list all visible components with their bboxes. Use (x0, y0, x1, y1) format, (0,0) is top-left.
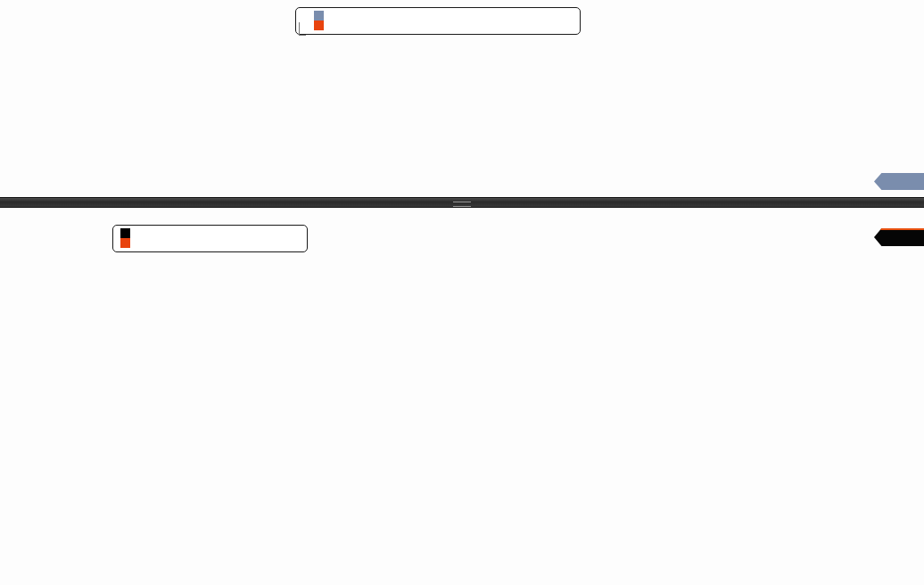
splitter-grip-icon (453, 202, 471, 207)
legend-tree-connector (299, 22, 306, 36)
accum-last-value-badge (874, 228, 924, 246)
legend-row-volume[interactable] (303, 11, 569, 21)
volume-last-value-badge (874, 173, 924, 190)
volume-legend[interactable] (295, 7, 581, 35)
x-axis-labels (0, 553, 924, 566)
accum-vol-swatch (120, 228, 130, 238)
accum-avg-swatch (120, 238, 130, 248)
legend-row-accum-avg[interactable] (120, 238, 296, 248)
panel-splitter[interactable] (0, 197, 924, 208)
bloomberg-volume-chart (0, 0, 924, 585)
chart-canvas[interactable] (0, 0, 924, 585)
accum-legend[interactable] (112, 225, 308, 252)
legend-row-accum-vol[interactable] (120, 228, 296, 238)
legend-row-average[interactable] (303, 21, 569, 30)
average-series-swatch (314, 21, 324, 30)
volume-series-swatch (314, 11, 324, 21)
